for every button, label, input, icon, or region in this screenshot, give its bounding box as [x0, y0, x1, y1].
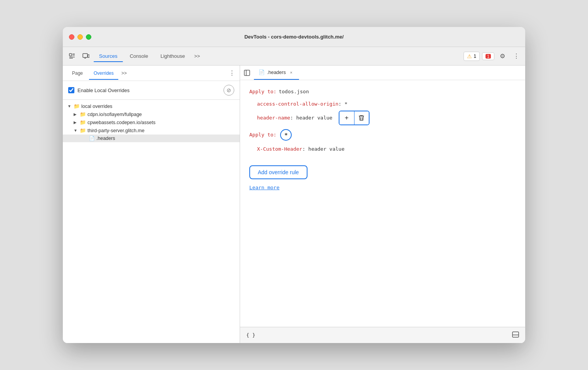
tree-item-cpweb[interactable]: ▶ 📁 cpwebassets.codepen.io/assets [63, 118, 240, 126]
apply-line-2: Apply to: * [249, 129, 516, 141]
maximize-button[interactable] [86, 34, 91, 40]
folder-icon: 📁 [80, 111, 86, 117]
tree-label-cpweb: cpwebassets.codepen.io/assets [87, 120, 156, 125]
warning-count: 1 [474, 54, 476, 59]
file-tree: ▼ 📁 local overrides ▶ 📁 cdpn.io/sofiayem… [63, 100, 240, 343]
warning-badge-btn[interactable]: ⚠ 1 [464, 52, 480, 61]
tree-label-headers: .headers [96, 136, 115, 141]
header-sep-3: : [302, 145, 308, 153]
arrow-down-icon: ▼ [67, 104, 72, 108]
more-button[interactable]: ⋮ [511, 50, 522, 62]
sidebar-toggle-button[interactable] [242, 67, 252, 78]
panel-tabs: Page Overrides >> ⋮ [63, 66, 240, 81]
error-count: 1 [486, 54, 491, 59]
editor-content: Apply to: todos.json access-control-allo… [240, 80, 525, 327]
right-panel: 📄 .headers × Apply to: todos.json access… [240, 66, 525, 343]
clear-icon: ⊘ [227, 87, 231, 93]
apply-to-value-1[interactable]: todos.json [279, 88, 309, 96]
file-tab-icon: 📄 [259, 69, 265, 75]
editor-tab-headers[interactable]: 📄 .headers × [254, 66, 299, 80]
header-row-1: access-control-allow-origin : * [249, 100, 516, 108]
header-action-buttons: + [339, 111, 370, 125]
svg-rect-12 [512, 332, 519, 337]
panel-menu[interactable]: ⋮ [229, 69, 235, 77]
traffic-lights [69, 34, 91, 40]
tree-label-cdpn: cdpn.io/sofiayem/fullpage [87, 112, 142, 117]
tab-page[interactable]: Page [67, 69, 87, 77]
tree-root[interactable]: ▼ 📁 local overrides [63, 102, 240, 110]
arrow-right-icon: ▶ [74, 120, 78, 124]
apply-line-1: Apply to: todos.json [249, 88, 516, 96]
devtools-window: DevTools - cors-demo-devtools.glitch.me/… [63, 27, 525, 343]
enable-overrides-label[interactable]: Enable Local Overrides [68, 87, 220, 93]
header-val-3: header value [308, 145, 344, 153]
svg-rect-6 [88, 55, 89, 57]
editor-tabs: 📄 .headers × [240, 66, 525, 80]
header-row-3: X-Custom-Header : header value [249, 145, 516, 153]
error-badge-btn[interactable]: 1 [482, 52, 494, 60]
add-override-section: Add override rule Learn more [249, 159, 516, 190]
apply-to-label-2: Apply to: [249, 131, 276, 139]
window-title: DevTools - cors-demo-devtools.glitch.me/ [244, 34, 344, 40]
enable-overrides-checkbox[interactable] [68, 87, 74, 93]
clear-overrides-button[interactable]: ⊘ [223, 85, 234, 96]
warning-icon: ⚠ [467, 53, 472, 59]
tree-root-label: local overrides [81, 104, 113, 109]
add-override-rule-button[interactable]: Add override rule [249, 165, 307, 179]
tree-indent-spacer [83, 136, 87, 141]
folder-icon: 📁 [74, 103, 80, 109]
dock-icon[interactable] [512, 331, 519, 339]
override-controls: Enable Local Overrides ⊘ [63, 81, 240, 100]
file-icon: 📄 [89, 136, 95, 141]
settings-button[interactable]: ⚙ [497, 50, 508, 62]
tab-overrides[interactable]: Overrides [89, 69, 118, 77]
tab-lighthouse[interactable]: Lighthouse [155, 51, 190, 61]
header-sep-2: : [290, 114, 296, 122]
close-tab-button[interactable]: × [288, 69, 294, 76]
arrow-down-icon: ▼ [74, 128, 78, 133]
tree-label-third-party: third-party-server.glitch.me [87, 128, 144, 133]
tree-item-third-party[interactable]: ▼ 📁 third-party-server.glitch.me [63, 126, 240, 135]
tree-item-cdpn[interactable]: ▶ 📁 cdpn.io/sofiayem/fullpage [63, 110, 240, 118]
elements-icon[interactable] [66, 50, 78, 62]
apply-to-label-1: Apply to: [249, 88, 276, 96]
delete-header-button[interactable] [354, 111, 369, 124]
folder-open-icon: 📁 [80, 128, 86, 133]
tab-console[interactable]: Console [124, 51, 154, 61]
header-key-2: header-name [257, 114, 290, 122]
folder-icon: 📁 [80, 119, 86, 125]
left-panel: Page Overrides >> ⋮ Enable Local Overrid… [63, 66, 240, 343]
header-key-1: access-control-allow-origin [257, 100, 338, 108]
header-sep-1: : [338, 100, 344, 108]
responsive-icon[interactable] [80, 50, 92, 62]
add-header-button[interactable]: + [339, 111, 354, 124]
svg-rect-0 [69, 54, 72, 56]
arrow-right-icon: ▶ [74, 112, 78, 116]
svg-rect-5 [83, 54, 87, 57]
tabbar-actions: ⚠ 1 1 ⚙ ⋮ [464, 50, 522, 62]
panel-tab-more[interactable]: >> [120, 69, 128, 77]
header-val-2: header value [296, 114, 333, 122]
titlebar: DevTools - cors-demo-devtools.glitch.me/ [63, 27, 525, 47]
header-val-1: * [344, 100, 348, 108]
tabbar: Sources Console Lighthouse >> ⚠ 1 1 ⚙ ⋮ [63, 47, 525, 66]
minimize-button[interactable] [77, 34, 83, 40]
main-area: Page Overrides >> ⋮ Enable Local Overrid… [63, 66, 525, 343]
learn-more-link[interactable]: Learn more [249, 185, 516, 190]
tree-item-headers[interactable]: 📄 .headers [63, 135, 240, 142]
tab-more[interactable]: >> [192, 52, 202, 61]
tab-sources[interactable]: Sources [94, 51, 123, 61]
close-button[interactable] [69, 34, 74, 40]
format-button[interactable]: { } [246, 332, 255, 338]
editor-tab-label: .headers [267, 70, 286, 75]
apply-to-asterisk[interactable]: * [280, 129, 292, 141]
header-key-3: X-Custom-Header [257, 145, 302, 153]
bottom-bar: { } [240, 327, 525, 343]
svg-rect-8 [244, 70, 250, 76]
header-row-2: header-name : header value + [249, 111, 516, 125]
